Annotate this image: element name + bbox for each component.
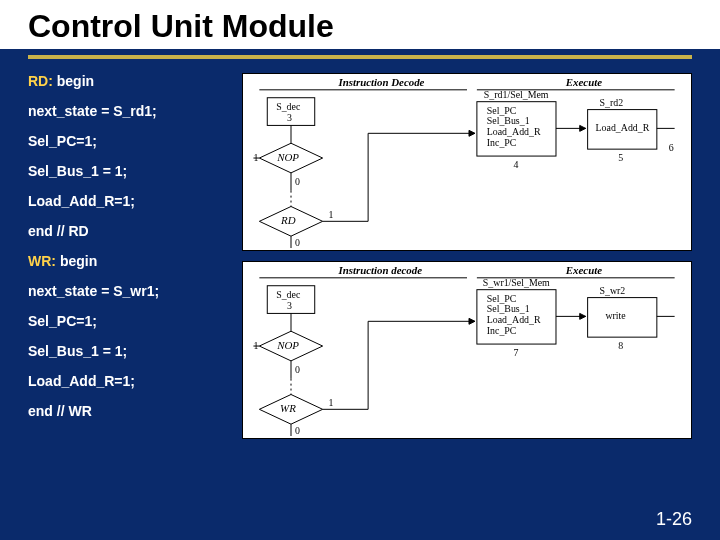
- header-right: Execute: [565, 76, 602, 88]
- code-line: Sel_PC=1;: [28, 133, 228, 149]
- header-left: Instruction Decode: [337, 76, 424, 88]
- svg-marker-57: [469, 318, 475, 324]
- diagram-column: Instruction Decode Execute S_dec 3 NOP 1: [242, 73, 692, 439]
- flowchart-rd: Instruction Decode Execute S_dec 3 NOP 1: [242, 73, 692, 251]
- svg-text:Sel_Bus_1: Sel_Bus_1: [487, 115, 530, 126]
- gold-rule: [28, 55, 692, 59]
- code-line: end // WR: [28, 403, 228, 419]
- svg-text:write: write: [605, 310, 626, 321]
- svg-text:1: 1: [253, 340, 258, 351]
- svg-text:7: 7: [513, 347, 518, 358]
- svg-text:0: 0: [295, 425, 300, 436]
- svg-marker-29: [580, 125, 586, 131]
- svg-text:0: 0: [295, 364, 300, 375]
- svg-text:S_wr2: S_wr2: [599, 285, 625, 296]
- svg-text:6: 6: [669, 142, 674, 153]
- svg-marker-66: [580, 313, 586, 319]
- svg-text:Load_Add_R: Load_Add_R: [487, 314, 541, 325]
- keyword: WR:: [28, 253, 56, 269]
- svg-text:Sel_PC: Sel_PC: [487, 105, 517, 116]
- page-title: Control Unit Module: [28, 8, 692, 45]
- code-line: WR: begin: [28, 253, 228, 269]
- code-line: next_state = S_wr1;: [28, 283, 228, 299]
- header-left: Instruction decode: [337, 264, 422, 276]
- flowchart-wr: Instruction decode Execute S_dec 3 NOP 1…: [242, 261, 692, 439]
- svg-text:0: 0: [295, 176, 300, 187]
- svg-text:Sel_PC: Sel_PC: [487, 293, 517, 304]
- svg-text:3: 3: [287, 300, 292, 311]
- svg-marker-20: [469, 130, 475, 136]
- svg-text:5: 5: [618, 152, 623, 163]
- svg-text:NOP: NOP: [276, 151, 299, 163]
- svg-text:S_rd1/Sel_Mem: S_rd1/Sel_Mem: [484, 89, 549, 100]
- svg-text:4: 4: [513, 159, 518, 170]
- code-line: Sel_PC=1;: [28, 313, 228, 329]
- title-bar: Control Unit Module: [0, 0, 720, 49]
- code-line: Load_Add_R=1;: [28, 373, 228, 389]
- svg-text:WR: WR: [280, 402, 296, 414]
- code-line: Sel_Bus_1 = 1;: [28, 163, 228, 179]
- svg-text:Inc_PC: Inc_PC: [487, 137, 517, 148]
- page-number: 1-26: [656, 509, 692, 530]
- svg-text:1: 1: [253, 152, 258, 163]
- svg-text:3: 3: [287, 112, 292, 123]
- header-right: Execute: [565, 264, 602, 276]
- svg-text:Load_Add_R: Load_Add_R: [487, 126, 541, 137]
- svg-text:Inc_PC: Inc_PC: [487, 325, 517, 336]
- svg-text:S_wr1/Sel_Mem: S_wr1/Sel_Mem: [483, 277, 550, 288]
- code-line: next_state = S_rd1;: [28, 103, 228, 119]
- svg-text:S_rd2: S_rd2: [599, 97, 623, 108]
- code-line: RD: begin: [28, 73, 228, 89]
- svg-text:RD: RD: [280, 214, 296, 226]
- svg-text:NOP: NOP: [276, 339, 299, 351]
- code-line: end // RD: [28, 223, 228, 239]
- code-line: Sel_Bus_1 = 1;: [28, 343, 228, 359]
- svg-text:S_dec: S_dec: [276, 101, 301, 112]
- svg-text:S_dec: S_dec: [276, 289, 301, 300]
- svg-text:Load_Add_R: Load_Add_R: [596, 122, 650, 133]
- svg-text:0: 0: [295, 237, 300, 248]
- svg-text:1: 1: [329, 209, 334, 220]
- code-block: RD: begin next_state = S_rd1; Sel_PC=1; …: [28, 73, 228, 439]
- keyword: RD:: [28, 73, 53, 89]
- slide: Control Unit Module RD: begin next_state…: [0, 0, 720, 540]
- svg-text:8: 8: [618, 340, 623, 351]
- svg-text:1: 1: [329, 397, 334, 408]
- slide-body: RD: begin next_state = S_rd1; Sel_PC=1; …: [28, 73, 692, 439]
- code-line: Load_Add_R=1;: [28, 193, 228, 209]
- svg-text:Sel_Bus_1: Sel_Bus_1: [487, 303, 530, 314]
